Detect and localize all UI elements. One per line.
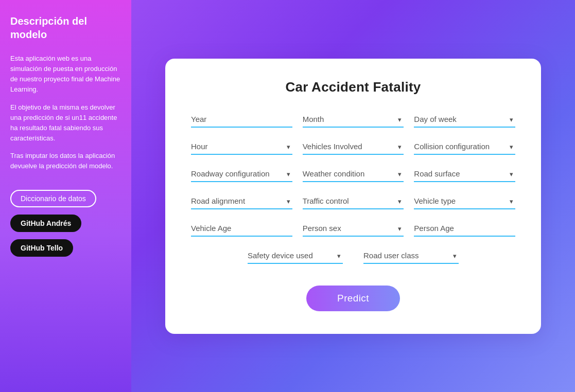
hour-select-wrapper: Hour (191, 139, 292, 155)
sidebar-title: Descripción del modelo (10, 14, 121, 41)
road-user-class-field: Road user class (363, 248, 459, 264)
traffic-control-field: Traffic control (303, 193, 404, 209)
hour-select[interactable]: Hour (191, 139, 292, 155)
month-field: Month (303, 112, 404, 128)
bottom-row: Safety device used Road user class (191, 248, 515, 275)
weather-condition-wrapper: Weather condition (303, 166, 404, 182)
main-area: Car Accident Fatality Month Day of week (131, 0, 575, 392)
year-field (191, 112, 292, 128)
person-age-field (414, 221, 515, 237)
month-select[interactable]: Month (303, 112, 404, 128)
safety-device-wrapper: Safety device used (248, 248, 343, 264)
month-select-wrapper: Month (303, 112, 404, 128)
collision-config-select[interactable]: Collision configuration (414, 139, 515, 155)
road-alignment-select[interactable]: Road alignment (191, 193, 292, 209)
sidebar: Descripción del modelo Esta aplicación w… (0, 0, 131, 392)
predict-row: Predict (191, 286, 515, 311)
road-user-class-wrapper: Road user class (363, 248, 459, 264)
road-surface-field: Road surface (414, 166, 515, 182)
road-user-class-select[interactable]: Road user class (363, 248, 459, 264)
road-surface-wrapper: Road surface (414, 166, 515, 182)
roadway-config-wrapper: Roadway configuration (191, 166, 292, 182)
safety-device-select[interactable]: Safety device used (248, 248, 343, 264)
safety-device-field: Safety device used (248, 248, 343, 264)
collision-config-wrapper: Collision configuration (414, 139, 515, 155)
weather-condition-field: Weather condition (303, 166, 404, 182)
traffic-control-select[interactable]: Traffic control (303, 193, 404, 209)
vehicle-type-wrapper: Vehicle type (414, 193, 515, 209)
day-of-week-select[interactable]: Day of week (414, 112, 515, 128)
vehicles-involved-wrapper: Vehicles Involved (303, 139, 404, 155)
vehicle-type-select[interactable]: Vehicle type (414, 193, 515, 209)
vehicles-involved-field: Vehicles Involved (303, 139, 404, 155)
sidebar-para2: El objetivo de la misma es devolver una … (10, 102, 121, 144)
person-sex-wrapper: Person sex (303, 221, 404, 237)
day-of-week-select-wrapper: Day of week (414, 112, 515, 128)
traffic-control-wrapper: Traffic control (303, 193, 404, 209)
person-sex-field: Person sex (303, 221, 404, 237)
github-tello-button[interactable]: GitHub Tello (10, 239, 73, 257)
roadway-config-select[interactable]: Roadway configuration (191, 166, 292, 182)
vehicles-involved-select[interactable]: Vehicles Involved (303, 139, 404, 155)
dictionary-button[interactable]: Diccionario de datos (10, 190, 96, 207)
sidebar-para3: Tras imputar los datos la aplicación dev… (10, 151, 121, 171)
vehicle-age-field (191, 221, 292, 237)
hour-field: Hour (191, 139, 292, 155)
year-input[interactable] (191, 112, 292, 128)
vehicle-type-field: Vehicle type (414, 193, 515, 209)
roadway-config-field: Roadway configuration (191, 166, 292, 182)
sidebar-para1: Esta aplicación web es una simulación de… (10, 54, 121, 95)
road-surface-select[interactable]: Road surface (414, 166, 515, 182)
card-title: Car Accident Fatality (191, 79, 515, 95)
person-age-input[interactable] (414, 221, 515, 237)
road-alignment-wrapper: Road alignment (191, 193, 292, 209)
github-andres-button[interactable]: GitHub Andrés (10, 215, 81, 232)
predict-button[interactable]: Predict (306, 286, 400, 311)
form-grid: Month Day of week Hour (191, 112, 515, 248)
weather-condition-select[interactable]: Weather condition (303, 166, 404, 182)
form-card: Car Accident Fatality Month Day of week (165, 59, 541, 334)
vehicle-age-input[interactable] (191, 221, 292, 237)
day-of-week-field: Day of week (414, 112, 515, 128)
road-alignment-field: Road alignment (191, 193, 292, 209)
person-sex-select[interactable]: Person sex (303, 221, 404, 237)
collision-config-field: Collision configuration (414, 139, 515, 155)
